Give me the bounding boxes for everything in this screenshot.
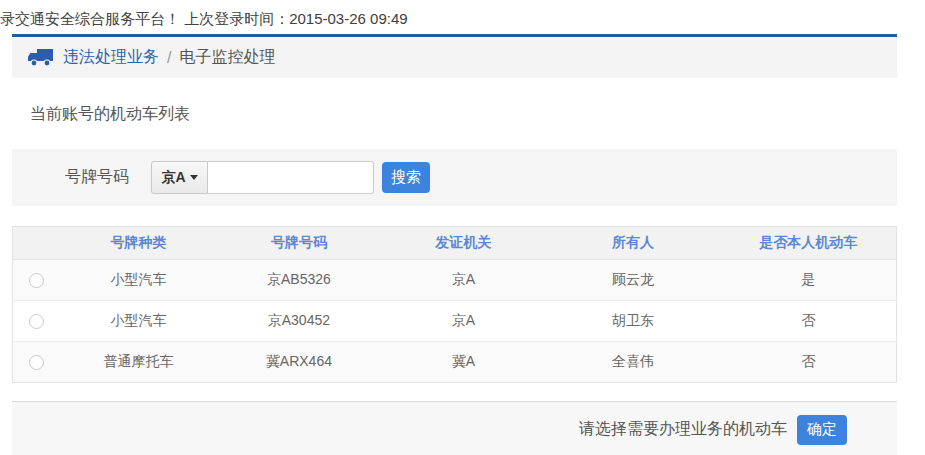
plate-number-cell: 京AB5326 xyxy=(217,260,381,301)
province-dropdown[interactable]: 京A xyxy=(151,161,208,194)
table-header-row: 号牌种类 号牌号码 发证机关 所有人 是否本人机动车 xyxy=(13,227,897,260)
column-header-owner: 所有人 xyxy=(546,227,721,260)
is-own-cell: 否 xyxy=(721,301,897,342)
plate-type-cell: 小型汽车 xyxy=(60,260,216,301)
plate-search-combo: 京A xyxy=(151,161,374,194)
column-header-select xyxy=(13,227,61,260)
welcome-message: 录交通安全综合服务平台！ 上次登录时间：2015-03-26 09:49 xyxy=(0,4,925,34)
search-bar: 号牌号码 京A 搜索 xyxy=(12,149,897,206)
vehicle-radio[interactable] xyxy=(29,314,44,329)
issuing-authority-cell: 京A xyxy=(381,301,545,342)
vehicle-radio[interactable] xyxy=(29,355,44,370)
owner-cell: 胡卫东 xyxy=(546,301,721,342)
owner-cell: 全喜伟 xyxy=(546,342,721,383)
table-row: 小型汽车 京AB5326 京A 顾云龙 是 xyxy=(13,260,897,301)
column-header-plate-type: 号牌种类 xyxy=(60,227,216,260)
owner-cell: 顾云龙 xyxy=(546,260,721,301)
vehicle-radio[interactable] xyxy=(29,273,44,288)
plate-number-label: 号牌号码 xyxy=(65,167,129,188)
breadcrumb-separator: / xyxy=(167,49,171,67)
confirm-button[interactable]: 确定 xyxy=(797,415,847,445)
column-header-issuing-authority: 发证机关 xyxy=(381,227,545,260)
breadcrumb-current: 电子监控处理 xyxy=(179,47,275,68)
breadcrumb: 违法处理业务 / 电子监控处理 xyxy=(12,37,897,78)
column-header-plate-number: 号牌号码 xyxy=(217,227,381,260)
plate-type-cell: 普通摩托车 xyxy=(60,342,216,383)
is-own-cell: 否 xyxy=(721,342,897,383)
vehicle-table: 号牌种类 号牌号码 发证机关 所有人 是否本人机动车 小型汽车 京AB5326 … xyxy=(12,226,897,383)
column-header-is-own: 是否本人机动车 xyxy=(721,227,897,260)
footer-hint: 请选择需要办理业务的机动车 xyxy=(579,419,787,440)
page-title: 当前账号的机动车列表 xyxy=(30,104,897,125)
breadcrumb-section-link[interactable]: 违法处理业务 xyxy=(63,47,159,68)
plate-number-cell: 京A30452 xyxy=(217,301,381,342)
plate-number-cell: 冀ARX464 xyxy=(217,342,381,383)
title-block: 当前账号的机动车列表 xyxy=(12,78,897,149)
plate-number-input[interactable] xyxy=(208,161,374,194)
issuing-authority-cell: 冀A xyxy=(381,342,545,383)
main-container: 违法处理业务 / 电子监控处理 当前账号的机动车列表 号牌号码 京A 搜索 号牌… xyxy=(12,34,897,455)
search-button[interactable]: 搜索 xyxy=(382,162,430,193)
table-row: 小型汽车 京A30452 京A 胡卫东 否 xyxy=(13,301,897,342)
footer-bar: 请选择需要办理业务的机动车 确定 xyxy=(12,401,897,455)
issuing-authority-cell: 京A xyxy=(381,260,545,301)
table-row: 普通摩托车 冀ARX464 冀A 全喜伟 否 xyxy=(13,342,897,383)
is-own-cell: 是 xyxy=(721,260,897,301)
plate-type-cell: 小型汽车 xyxy=(60,301,216,342)
chevron-down-icon xyxy=(190,175,198,180)
truck-icon xyxy=(28,48,54,67)
province-dropdown-value: 京A xyxy=(161,169,185,187)
